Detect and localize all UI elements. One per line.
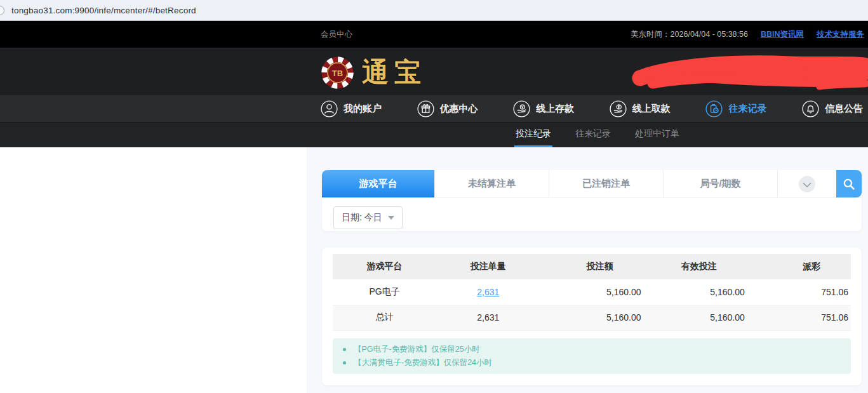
- topbar: 会员中心 美东时间：2026/04/04 - 05:38:56 BBIN资讯网 …: [0, 21, 868, 48]
- main-nav: 我的账户 优惠中心 线上存款: [0, 95, 868, 122]
- table-row: PG电子 2,631 5,160.00 5,160.00 751.06: [333, 279, 851, 305]
- note-line-duobao: 【大满贯电子-免费游戏】仅保留24小时: [343, 356, 841, 370]
- tab-more-dropdown[interactable]: [777, 170, 836, 197]
- url-text[interactable]: tongbao31.com:9900/infe/mcenter/#/betRec…: [11, 6, 196, 15]
- nav-item-transactions[interactable]: 往来记录: [705, 100, 766, 117]
- main-content: 游戏平台 未结算注单 已注销注单 局号/期数: [0, 147, 868, 393]
- nav-item-deposit[interactable]: 线上存款: [513, 100, 574, 117]
- tech-support-link[interactable]: 技术支持服务: [817, 29, 864, 40]
- cell-total-payout: 751.06: [747, 305, 851, 330]
- subnav-item-transaction-records[interactable]: 往来记录: [574, 123, 612, 147]
- gift-icon: [417, 100, 434, 117]
- tab-game-platform[interactable]: 游戏平台: [322, 170, 434, 197]
- search-icon: [843, 178, 855, 190]
- tab-round-number[interactable]: 局号/期数: [663, 170, 777, 197]
- nav-item-promotions[interactable]: 优惠中心: [417, 100, 478, 117]
- cell-valid-bet: 5,160.00: [644, 279, 747, 305]
- red-scribble-redaction: [629, 55, 868, 95]
- chevron-down-icon: [799, 176, 815, 192]
- bet-summary-table: 游戏平台 投注单量 投注额 有效投注 派彩 PG电子 2,631 5,160.0…: [333, 254, 851, 331]
- nav-item-withdraw[interactable]: 线上取款: [610, 100, 671, 117]
- search-button[interactable]: [836, 170, 862, 197]
- filter-card: 游戏平台 未结算注单 已注销注单 局号/期数: [322, 170, 862, 231]
- date-filter-row: 日期: 今日: [322, 198, 862, 237]
- subnav-item-bet-records[interactable]: 投注纪录: [514, 123, 552, 147]
- date-filter-button[interactable]: 日期: 今日: [333, 206, 403, 229]
- withdraw-icon: [610, 100, 627, 117]
- nav-label: 线上取款: [632, 103, 671, 115]
- svg-text:TB: TB: [332, 68, 343, 77]
- subnav: 投注纪录 往来记录 处理中订单: [0, 122, 868, 147]
- cell-total-label: 总计: [333, 305, 436, 330]
- table-total-row: 总计 2,631 5,160.00 5,160.00 751.06: [333, 305, 851, 330]
- cell-bet-amount: 5,160.00: [540, 279, 643, 305]
- date-filter-label: 日期: 今日: [342, 212, 382, 223]
- deposit-icon: [513, 100, 530, 117]
- retention-notes: 【PG电子-免费游戏】仅保留25小时 【大满贯电子-免费游戏】仅保留24小时: [333, 338, 851, 374]
- logo-wordmark: 通宝: [362, 55, 427, 90]
- topbar-right: 美东时间：2026/04/04 - 05:38:56 BBIN资讯网 技术支持服…: [631, 21, 864, 48]
- member-center-label: 会员中心: [321, 21, 352, 48]
- cell-total-valid: 5,160.00: [644, 305, 747, 330]
- nav-label: 线上存款: [536, 103, 574, 115]
- transactions-icon: [705, 100, 723, 117]
- nav-item-announcements[interactable]: 信息公告: [802, 100, 863, 117]
- site-info-icon[interactable]: [0, 6, 4, 15]
- bet-count-link[interactable]: 2,631: [477, 287, 499, 297]
- nav-label: 往来记录: [728, 103, 766, 115]
- cell-payout: 751.06: [747, 279, 851, 305]
- logo[interactable]: TB 通宝: [321, 55, 427, 90]
- tb-chip-icon: TB: [321, 56, 354, 90]
- results-card: 游戏平台 投注单量 投注额 有效投注 派彩 PG电子 2,631 5,160.0…: [322, 248, 862, 385]
- tab-row: 游戏平台 未结算注单 已注销注单 局号/期数: [322, 170, 862, 198]
- col-header-platform: 游戏平台: [333, 254, 436, 279]
- col-header-bet-amount: 投注额: [540, 254, 643, 279]
- nav-label: 信息公告: [825, 103, 863, 115]
- nav-item-my-account[interactable]: 我的账户: [321, 100, 382, 117]
- caret-down-icon: [388, 216, 394, 220]
- content-background: 游戏平台 未结算注单 已注销注单 局号/期数: [307, 147, 868, 393]
- col-header-valid-bet: 有效投注: [644, 254, 747, 279]
- site-header: TB 通宝: [0, 48, 868, 95]
- user-icon: [321, 100, 338, 117]
- browser-url-bar[interactable]: tongbao31.com:9900/infe/mcenter/#/betRec…: [0, 0, 868, 21]
- page: tongbao31.com:9900/infe/mcenter/#/betRec…: [0, 0, 868, 393]
- note-line-pg: 【PG电子-免费游戏】仅保留25小时: [343, 343, 841, 356]
- note-text: 【大满贯电子-免费游戏】仅保留24小时: [354, 357, 492, 368]
- cell-platform: PG电子: [333, 279, 436, 305]
- bell-icon: [802, 100, 819, 117]
- table-header-row: 游戏平台 投注单量 投注额 有效投注 派彩: [333, 254, 851, 279]
- nav-label: 优惠中心: [440, 103, 478, 115]
- note-text: 【PG电子-免费游戏】仅保留25小时: [354, 344, 480, 355]
- cell-total-count: 2,631: [436, 305, 540, 330]
- col-header-bet-count: 投注单量: [436, 254, 540, 279]
- bbin-news-link[interactable]: BBIN资讯网: [761, 29, 804, 40]
- tab-unsettled-bets[interactable]: 未结算注单: [434, 170, 549, 197]
- bullet-icon: [343, 348, 346, 351]
- tab-cancelled-bets[interactable]: 已注销注单: [549, 170, 663, 197]
- cell-total-bet: 5,160.00: [540, 305, 643, 330]
- subnav-item-pending-orders[interactable]: 处理中订单: [634, 123, 681, 147]
- us-eastern-time: 美东时间：2026/04/04 - 05:38:56: [631, 29, 748, 40]
- nav-label: 我的账户: [344, 103, 382, 115]
- bullet-icon: [343, 361, 346, 364]
- col-header-payout: 派彩: [747, 254, 851, 279]
